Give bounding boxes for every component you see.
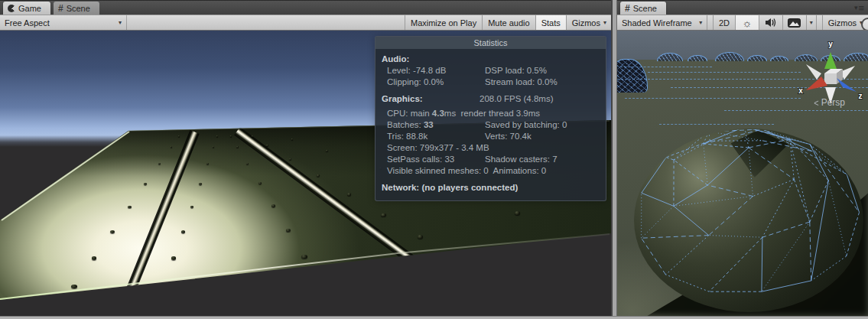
axis-orientation-gizmo[interactable]: y x z bbox=[795, 34, 866, 107]
game-tabbar: Game # Scene bbox=[0, 0, 612, 15]
axis-x-label: x bbox=[798, 86, 803, 95]
axis-neg-z-cone[interactable] bbox=[806, 64, 821, 80]
scene-toolbar: Shaded Wireframe ▾ 2D ☼ ▾ G bbox=[617, 15, 868, 31]
chevron-down-icon: ▾ bbox=[699, 19, 702, 26]
game-viewport[interactable]: Statistics Audio: Level: -74.8 dBDSP loa… bbox=[0, 31, 612, 316]
audio-heading: Audio: bbox=[382, 54, 600, 65]
plate-rail-left bbox=[115, 130, 199, 316]
render-mode-label: Shaded Wireframe bbox=[622, 18, 692, 28]
toolbar-separator bbox=[816, 15, 822, 30]
scene-panel: # Scene ▾ ≡ Shaded Wireframe ▾ 2D ☼ bbox=[617, 0, 868, 319]
maximize-on-play-label: Maximize on Play bbox=[411, 18, 476, 28]
tab-scene[interactable]: # Scene bbox=[620, 2, 666, 15]
scene-gizmos-label: Gizmos bbox=[828, 18, 857, 28]
effects-toggle-button[interactable] bbox=[782, 15, 806, 30]
speaker-icon bbox=[765, 18, 776, 28]
chevron-down-icon: ▾ bbox=[119, 19, 122, 26]
stats-row-audio-1: Level: -74.8 dBDSP load: 0.5% bbox=[382, 65, 600, 76]
hamburger-icon: ≡ bbox=[858, 5, 864, 11]
stats-row-skinned: Visible skinned meshes: 0 Animations: 0 bbox=[382, 165, 600, 177]
chevron-down-icon: ▾ bbox=[854, 4, 858, 11]
toolbar-separator bbox=[707, 15, 713, 30]
stats-row-setpass: SetPass calls: 33Shadow casters: 7 bbox=[382, 154, 600, 165]
maximize-on-play-button[interactable]: Maximize on Play bbox=[405, 15, 482, 30]
persp-text: Persp bbox=[821, 97, 845, 108]
stats-button[interactable]: Stats bbox=[535, 15, 566, 30]
game-panel: Game # Scene Free Aspect ▾ Maximize on P… bbox=[0, 0, 612, 319]
scene-grid-icon: # bbox=[625, 5, 630, 12]
statistics-body: Audio: Level: -74.8 dBDSP load: 0.5% Cli… bbox=[375, 49, 606, 200]
stats-row-cpu: CPU: main 4.3ms render thread 3.9ms bbox=[382, 108, 600, 119]
2d-toggle-button[interactable]: 2D bbox=[713, 15, 735, 30]
mute-audio-button[interactable]: Mute audio bbox=[482, 15, 535, 30]
network-heading: Network: (no players connected) bbox=[382, 182, 600, 194]
audio-toggle-button[interactable] bbox=[759, 15, 782, 30]
tab-scene-label: Scene bbox=[633, 4, 657, 13]
stats-label: Stats bbox=[541, 18, 561, 28]
effects-dropdown-button[interactable]: ▾ bbox=[806, 15, 816, 30]
tab-game[interactable]: Game bbox=[3, 2, 50, 15]
statistics-panel: Statistics Audio: Level: -74.8 dBDSP loa… bbox=[375, 36, 606, 201]
axis-y-cone[interactable] bbox=[824, 52, 837, 69]
scene-tabbar: # Scene ▾ ≡ bbox=[617, 0, 868, 15]
game-gizmos-button[interactable]: Gizmos ▾ bbox=[566, 15, 612, 30]
tab-game-label: Game bbox=[18, 4, 41, 13]
axis-z-label: z bbox=[859, 92, 863, 100]
perspective-toggle[interactable]: < Persp bbox=[814, 97, 845, 108]
chevron-down-icon: ▾ bbox=[603, 19, 606, 26]
2d-label: 2D bbox=[719, 18, 730, 28]
scene-viewport[interactable]: y x z < Persp bbox=[617, 31, 868, 316]
game-view-icon bbox=[8, 5, 15, 12]
aspect-dropdown[interactable]: Free Aspect ▾ bbox=[0, 15, 127, 30]
image-icon bbox=[788, 18, 801, 28]
lighting-toggle-button[interactable]: ☼ bbox=[735, 15, 759, 30]
statistics-title: Statistics bbox=[375, 37, 606, 49]
game-toolbar: Free Aspect ▾ Maximize on Play Mute audi… bbox=[0, 15, 612, 31]
tab-scene-label: Scene bbox=[67, 4, 90, 13]
stats-row-screen: Screen: 799x377 - 3.4 MB bbox=[382, 142, 600, 154]
stats-row-tris: Tris: 88.8kVerts: 70.4k bbox=[382, 131, 600, 142]
chevron-left-icon: < bbox=[814, 97, 818, 108]
stats-row-batches: Batches: 33Saved by batching: 0 bbox=[382, 119, 600, 131]
mute-audio-label: Mute audio bbox=[488, 18, 529, 28]
gizmo-cube-front[interactable] bbox=[824, 73, 837, 84]
tab-menu-icon[interactable]: ▾ ≡ bbox=[854, 4, 864, 11]
window-bottom-edge bbox=[0, 316, 868, 319]
toolbar-spacer bbox=[127, 15, 405, 30]
chevron-down-icon: ▾ bbox=[810, 19, 813, 26]
sun-icon: ☼ bbox=[743, 18, 753, 28]
search-icon[interactable] bbox=[861, 18, 868, 31]
scene-grid-icon: # bbox=[58, 5, 63, 12]
aspect-dropdown-label: Free Aspect bbox=[5, 18, 50, 28]
game-gizmos-label: Gizmos bbox=[572, 18, 600, 28]
stats-row-audio-2: Clipping: 0.0%Stream load: 0.0% bbox=[382, 76, 600, 88]
axis-y-label: y bbox=[828, 40, 833, 48]
panel-splitter[interactable] bbox=[611, 0, 617, 319]
tab-scene-left[interactable]: # Scene bbox=[54, 2, 99, 15]
render-mode-dropdown[interactable]: Shaded Wireframe ▾ bbox=[617, 15, 707, 30]
stats-row-graphics: Graphics:208.0 FPS (4.8ms) bbox=[382, 93, 600, 105]
